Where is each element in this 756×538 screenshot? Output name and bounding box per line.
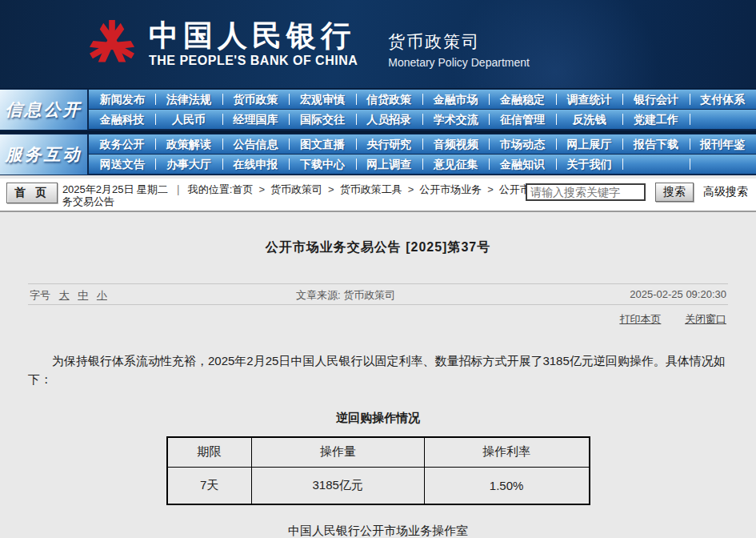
nav-item[interactable]: 公告信息 (222, 134, 289, 155)
nav-item[interactable]: 报刊年鉴 (690, 134, 756, 155)
breadcrumb: 2025年2月25日 星期二｜我的位置:首页>货币政策司>货币政策工具>公开市场… (62, 182, 557, 207)
article-source: 文章来源: 货币政策司 (296, 288, 395, 303)
department-block: 货币政策司 Monetary Policy Department (375, 30, 530, 69)
nav-item[interactable]: 金融市场 (422, 90, 489, 110)
nav-section-label[interactable]: 服务互动 (0, 134, 89, 175)
current-date: 2025年2月25日 星期二 (62, 183, 168, 195)
nav-item[interactable]: 网上展厅 (556, 134, 622, 155)
article-meta: 字号 大 中 小 文章来源: 货币政策司 2025-02-25 09:20:30 (28, 284, 728, 304)
nav-item[interactable]: 金融科技 (89, 110, 155, 130)
nav-grid: 政务公开政策解读公告信息图文直播央行研究音频视频市场动态网上展厅报告下载报刊年鉴… (89, 134, 756, 175)
nav-item[interactable]: 国际交往 (289, 110, 355, 130)
nav-item[interactable]: 办事大厅 (155, 155, 222, 175)
table-cell: 3185亿元 (251, 468, 424, 504)
article-signature: 中国人民银行公开市场业务操作室 (28, 524, 728, 538)
nav-item[interactable]: 意见征集 (422, 155, 489, 175)
search-button[interactable]: 搜索 (655, 183, 694, 202)
breadcrumb-separator: > (487, 183, 494, 195)
department-name-cn: 货币政策司 (388, 30, 530, 53)
breadcrumb-separator: > (258, 183, 265, 195)
nav-item[interactable]: 政策解读 (155, 134, 222, 155)
article-timestamp: 2025-02-25 09:20:30 (630, 288, 726, 300)
breadcrumb-item[interactable]: 货币政策司 (270, 183, 322, 195)
nav-item[interactable]: 政务公开 (89, 134, 155, 155)
nav-item[interactable]: 新闻发布 (89, 90, 155, 110)
table-header-row: 期限操作量操作利率 (167, 437, 590, 468)
nav-item[interactable]: 银行会计 (622, 90, 689, 110)
nav-cell-empty (622, 155, 689, 175)
nav-item[interactable]: 调查统计 (556, 90, 622, 110)
nav-item[interactable]: 央行研究 (356, 134, 422, 155)
department-name-en: Monetary Policy Department (388, 56, 530, 69)
table-cell: 7天 (167, 468, 252, 504)
nav-item[interactable]: 人员招录 (356, 110, 422, 130)
nav-item[interactable]: 图文直播 (289, 134, 355, 155)
breadcrumb-item[interactable]: 货币政策工具 (340, 183, 402, 195)
font-size-small[interactable]: 小 (97, 289, 107, 301)
nav-item[interactable]: 金融知识 (489, 155, 555, 175)
article-content: 公开市场业务交易公告 [2025]第37号 字号 大 中 小 文章来源: 货币政… (0, 212, 756, 538)
breadcrumb-item[interactable]: 公开市场业务 (419, 183, 482, 195)
nav-item[interactable]: 在线申报 (222, 155, 289, 175)
home-button[interactable]: 首 页 (6, 183, 58, 203)
nav-item[interactable]: 报告下载 (622, 134, 689, 155)
nav-item[interactable]: 网送文告 (89, 155, 155, 175)
pboc-logo-icon (86, 14, 138, 74)
main-navigation: 信息公开新闻发布法律法规货币政策宏观审慎信贷政策金融市场金融稳定调查统计银行会计… (0, 88, 756, 175)
breadcrumb-bar: 首 页 2025年2月25日 星期二｜我的位置:首页>货币政策司>货币政策工具>… (0, 179, 756, 212)
breadcrumb-pipe: ｜ (173, 183, 183, 195)
print-close-row: 打印本页 关闭窗口 (28, 305, 728, 327)
table-header-cell: 操作利率 (424, 437, 589, 468)
breadcrumb-location[interactable]: 我的位置:首页 (188, 183, 254, 195)
table-cell: 1.50% (424, 468, 589, 504)
search-input[interactable] (526, 183, 646, 201)
nav-section-2: 服务互动政务公开政策解读公告信息图文直播央行研究音频视频市场动态网上展厅报告下载… (0, 134, 756, 175)
nav-item[interactable]: 关于我们 (556, 155, 622, 175)
nav-item[interactable]: 人民币 (155, 110, 222, 130)
nav-item[interactable]: 金融稳定 (489, 90, 555, 110)
breadcrumb-separator: > (328, 183, 334, 195)
nav-item[interactable]: 经理国库 (222, 110, 289, 130)
table-row: 7天3185亿元1.50% (167, 468, 590, 504)
nav-item[interactable]: 支付体系 (690, 90, 756, 110)
nav-item[interactable]: 网上调查 (356, 155, 422, 175)
nav-item[interactable]: 学术交流 (422, 110, 489, 130)
bank-title-block: 中国人民银行 THE PEOPLE'S BANK OF CHINA (149, 20, 358, 68)
nav-section-label[interactable]: 信息公开 (0, 90, 89, 130)
bank-name-en: THE PEOPLE'S BANK OF CHINA (149, 54, 358, 68)
reverse-repo-table: 期限操作量操作利率7天3185亿元1.50% (166, 436, 590, 505)
table-header-cell: 操作量 (251, 437, 424, 468)
nav-cell-empty (690, 110, 756, 130)
nav-item[interactable]: 货币政策 (222, 90, 289, 110)
nav-item[interactable]: 征信管理 (489, 110, 555, 130)
nav-item[interactable]: 音频视频 (422, 134, 489, 155)
table-title: 逆回购操作情况 (28, 411, 728, 426)
nav-section-1: 信息公开新闻发布法律法规货币政策宏观审慎信贷政策金融市场金融稳定调查统计银行会计… (0, 89, 756, 130)
nav-cell-empty (690, 155, 756, 175)
nav-item[interactable]: 党建工作 (622, 110, 689, 130)
article-body: 为保持银行体系流动性充裕，2025年2月25日中国人民银行以固定利率、数量招标方… (28, 351, 728, 389)
breadcrumb-separator: > (408, 183, 414, 195)
nav-item[interactable]: 下载中心 (289, 155, 355, 175)
font-size-medium[interactable]: 中 (78, 289, 88, 301)
nav-item[interactable]: 反洗钱 (556, 110, 622, 130)
nav-item[interactable]: 宏观审慎 (289, 90, 355, 110)
font-size-label: 字号 (30, 289, 50, 301)
nav-item[interactable]: 信贷政策 (356, 90, 422, 110)
close-window-link[interactable]: 关闭窗口 (685, 313, 726, 325)
nav-grid: 新闻发布法律法规货币政策宏观审慎信贷政策金融市场金融稳定调查统计银行会计支付体系… (89, 90, 756, 130)
advanced-search-link[interactable]: 高级搜索 (703, 185, 748, 199)
font-size-large[interactable]: 大 (59, 289, 70, 301)
bank-name-cn: 中国人民银行 (149, 20, 358, 52)
table-header-cell: 期限 (167, 437, 252, 468)
search-zone: 搜索 高级搜索 (526, 183, 748, 202)
site-header: 中国人民银行 THE PEOPLE'S BANK OF CHINA 货币政策司 … (0, 0, 756, 88)
nav-item[interactable]: 法律法规 (155, 90, 222, 110)
print-page-link[interactable]: 打印本页 (619, 313, 661, 325)
article-title: 公开市场业务交易公告 [2025]第37号 (28, 212, 728, 256)
nav-item[interactable]: 市场动态 (489, 134, 555, 155)
